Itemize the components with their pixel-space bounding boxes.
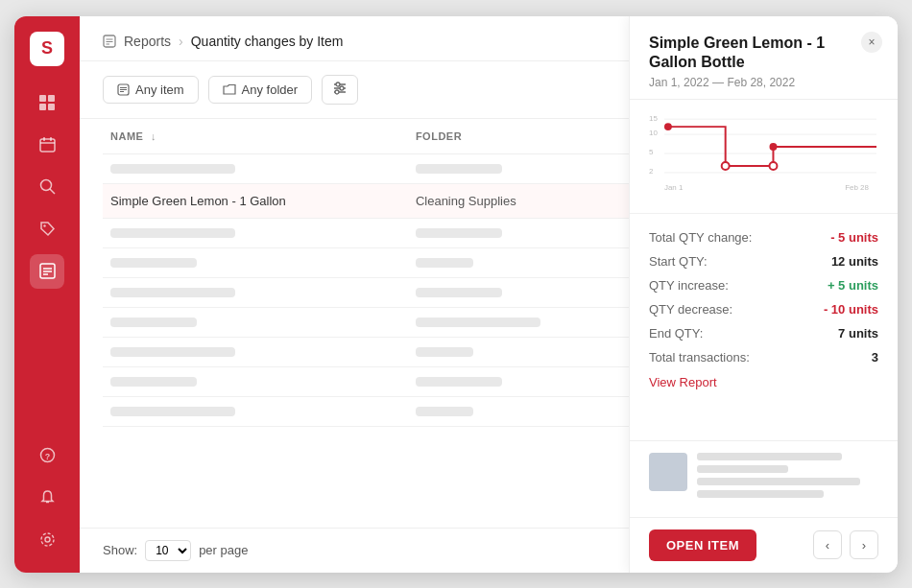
- right-panel: Simple Green Lemon - 1 Gallon Bottle Jan…: [629, 16, 898, 573]
- sidebar-item-help[interactable]: ?: [30, 438, 64, 473]
- folder-icon: [223, 83, 236, 96]
- panel-preview: [630, 440, 898, 517]
- preview-thumbnail: [649, 453, 687, 491]
- svg-rect-4: [40, 139, 55, 152]
- col-name[interactable]: NAME ↓: [103, 119, 408, 154]
- any-item-filter[interactable]: Any item: [103, 76, 199, 104]
- stat-value: 12 units: [831, 254, 878, 269]
- any-folder-filter[interactable]: Any folder: [208, 76, 313, 104]
- svg-text:10: 10: [649, 129, 658, 137]
- stat-total-transactions: Total transactions: 3: [649, 345, 878, 369]
- panel-header: Simple Green Lemon - 1 Gallon Bottle Jan…: [630, 16, 898, 101]
- prev-panel-button[interactable]: ‹: [813, 530, 842, 559]
- preview-line: [697, 490, 824, 498]
- svg-point-33: [335, 90, 339, 94]
- svg-point-18: [45, 537, 50, 542]
- sidebar-item-bell[interactable]: [30, 481, 64, 515]
- stat-value: 7 units: [838, 326, 878, 341]
- sidebar-item-settings[interactable]: [30, 523, 64, 557]
- item-icon: [117, 83, 130, 96]
- svg-text:?: ?: [44, 452, 50, 461]
- stat-value: + 5 units: [828, 278, 878, 293]
- svg-text:5: 5: [649, 148, 654, 156]
- main-content: Reports › Quantity changes by Item Any i…: [80, 16, 898, 573]
- svg-rect-2: [39, 104, 46, 110]
- svg-point-31: [336, 82, 340, 86]
- svg-point-47: [769, 143, 777, 151]
- row-folder: Cleaning Supplies: [408, 183, 632, 218]
- svg-point-10: [43, 224, 45, 226]
- breadcrumb-current: Quantity changes by Item: [191, 34, 344, 49]
- stat-label: End QTY:: [649, 326, 703, 341]
- sidebar-item-grid[interactable]: [30, 85, 64, 120]
- close-panel-button[interactable]: ×: [861, 32, 882, 53]
- stat-label: Start QTY:: [649, 254, 708, 269]
- sort-arrow-name: ↓: [151, 130, 156, 142]
- app-logo: S: [30, 32, 64, 66]
- reports-doc-icon: [103, 35, 116, 48]
- svg-text:2: 2: [649, 167, 654, 176]
- stat-start-qty: Start QTY: 12 units: [649, 249, 878, 273]
- app-window: S: [14, 16, 898, 573]
- sidebar-item-tag[interactable]: [30, 212, 64, 247]
- preview-lines: [697, 453, 878, 498]
- preview-line: [697, 453, 842, 460]
- sidebar-item-reports[interactable]: [30, 254, 64, 289]
- svg-text:15: 15: [649, 114, 658, 123]
- sliders-icon: [332, 82, 348, 95]
- svg-text:Jan 1: Jan 1: [664, 183, 684, 192]
- preview-line: [697, 465, 788, 473]
- sidebar: S: [14, 16, 80, 573]
- svg-line-9: [50, 189, 55, 194]
- svg-text:Feb 28: Feb 28: [845, 183, 869, 192]
- panel-title: Simple Green Lemon - 1 Gallon Bottle: [649, 34, 878, 74]
- panel-nav-buttons: ‹ ›: [813, 530, 878, 559]
- stat-label: Total QTY change:: [649, 230, 752, 245]
- stat-value: - 10 units: [824, 302, 878, 317]
- svg-point-8: [40, 180, 51, 191]
- svg-rect-3: [48, 104, 55, 110]
- svg-rect-1: [48, 95, 55, 102]
- open-item-button[interactable]: OPEN ITEM: [649, 529, 756, 561]
- svg-point-45: [722, 162, 730, 170]
- stat-qty-decrease: QTY decrease: - 10 units: [649, 297, 878, 321]
- stat-label: QTY increase:: [649, 278, 729, 293]
- sidebar-bottom: ?: [30, 438, 64, 557]
- stat-label: Total transactions:: [649, 350, 750, 365]
- stats-area: Total QTY change: - 5 units Start QTY: 1…: [630, 214, 898, 439]
- any-item-label: Any item: [135, 82, 184, 97]
- svg-point-44: [664, 123, 672, 130]
- preview-row: [649, 453, 878, 498]
- filter-options-button[interactable]: [322, 75, 358, 105]
- sidebar-item-search[interactable]: [30, 170, 64, 204]
- stat-label: QTY decrease:: [649, 302, 732, 317]
- svg-point-19: [41, 533, 54, 546]
- stat-end-qty: End QTY: 7 units: [649, 321, 878, 345]
- view-report-link[interactable]: View Report: [649, 369, 717, 395]
- stat-value: - 5 units: [830, 230, 878, 245]
- per-page-suffix: per page: [199, 543, 248, 557]
- chart-area: 15 10 5 2 Jan 1 Feb 28: [630, 100, 898, 214]
- breadcrumb-separator: ›: [179, 34, 183, 49]
- qty-chart: 15 10 5 2 Jan 1 Feb 28: [649, 111, 878, 198]
- svg-point-32: [340, 86, 344, 90]
- svg-rect-0: [39, 95, 46, 102]
- any-folder-label: Any folder: [242, 82, 299, 97]
- row-name: Simple Green Lemon - 1 Gallon: [103, 183, 408, 218]
- stat-value: 3: [872, 350, 878, 365]
- per-page-select[interactable]: 10 25 50: [145, 540, 191, 561]
- stat-qty-increase: QTY increase: + 5 units: [649, 273, 878, 297]
- panel-footer: OPEN ITEM ‹ ›: [630, 517, 898, 573]
- breadcrumb-reports[interactable]: Reports: [124, 34, 171, 49]
- sidebar-item-calendar[interactable]: [30, 128, 64, 162]
- col-folder: FOLDER: [408, 119, 632, 154]
- panel-date-range: Jan 1, 2022 — Feb 28, 2022: [649, 76, 878, 89]
- stat-total-qty-change: Total QTY change: - 5 units: [649, 225, 878, 249]
- show-label: Show:: [103, 543, 137, 557]
- next-panel-button[interactable]: ›: [850, 530, 878, 559]
- svg-point-46: [769, 162, 777, 170]
- preview-line: [697, 478, 860, 485]
